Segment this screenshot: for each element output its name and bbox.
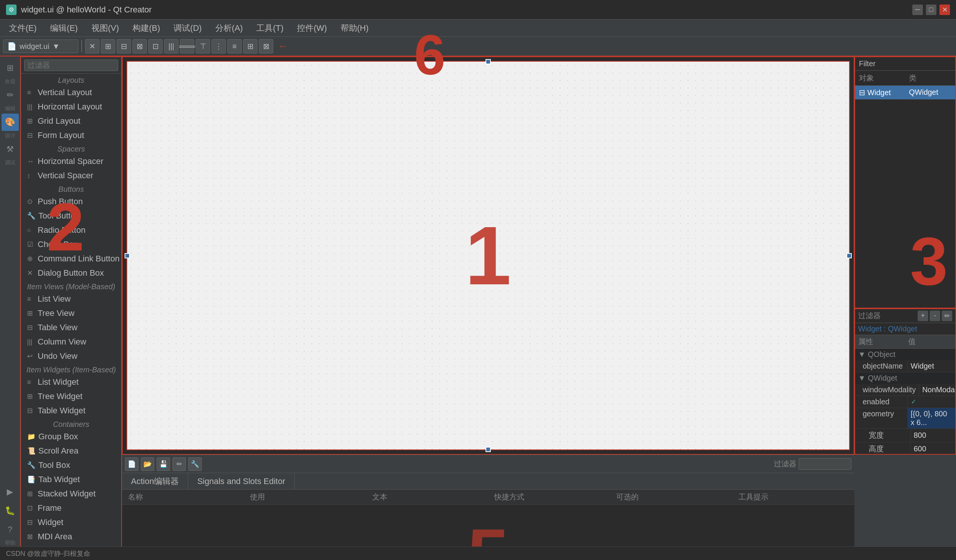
bp-btn3[interactable]: 💾 bbox=[157, 457, 170, 471]
tabw-icon: 📑 bbox=[27, 475, 35, 484]
prop-value[interactable]: [{0, 0}, 800 x 6... bbox=[908, 408, 956, 428]
item-check-box[interactable]: ☑ Check Box bbox=[21, 237, 121, 252]
bp-btn2[interactable]: 📂 bbox=[141, 457, 154, 471]
prop-value[interactable]: 600 bbox=[911, 442, 956, 455]
item-table-view[interactable]: ⊟ Table View bbox=[21, 320, 121, 335]
canvas-number: 1 bbox=[465, 208, 511, 303]
sidebar-run[interactable]: ▶ bbox=[2, 483, 19, 500]
props-section-qwidget[interactable]: ▼ QWidget bbox=[855, 372, 955, 384]
prop-value[interactable]: NonModal bbox=[919, 384, 956, 396]
props-edit-btn[interactable]: ✏ bbox=[942, 311, 952, 321]
tb-btn1[interactable]: ⊞ bbox=[101, 39, 115, 53]
menu-file[interactable]: 文件(E) bbox=[3, 21, 42, 35]
item-horizontal-layout[interactable]: ||| Horizontal Layout bbox=[21, 100, 121, 114]
menu-tools[interactable]: 工具(T) bbox=[250, 21, 289, 35]
sidebar-edit[interactable]: ✏ bbox=[2, 86, 19, 104]
design-canvas[interactable]: 1 bbox=[126, 61, 850, 450]
bp-btn1[interactable]: 📄 bbox=[125, 457, 138, 471]
props-add-btn[interactable]: + bbox=[918, 311, 928, 321]
sidebar-debug2[interactable]: 🐛 bbox=[2, 502, 19, 519]
tb-btn10[interactable]: ⊞ bbox=[243, 39, 258, 53]
prop-value[interactable]: Widget bbox=[908, 360, 956, 372]
handle-right-center[interactable] bbox=[846, 253, 852, 258]
item-label: Undo View bbox=[38, 351, 77, 361]
item-list-widget[interactable]: ≡ List Widget bbox=[21, 375, 121, 389]
gl-icon: ⊞ bbox=[27, 117, 35, 125]
tb-btn9[interactable]: ≡ bbox=[227, 39, 242, 53]
item-table-widget[interactable]: ⊟ Table Widget bbox=[21, 403, 121, 418]
sidebar-debug[interactable]: ⚒ bbox=[2, 141, 19, 158]
props-header: 属性 值 bbox=[855, 335, 955, 349]
close-button[interactable]: ✕ bbox=[939, 5, 950, 15]
object-row-widget[interactable]: ⊟ Widget QWidget bbox=[855, 86, 955, 100]
item-group-box[interactable]: 📁 Group Box bbox=[21, 430, 121, 444]
item-command-link[interactable]: ⊕ Command Link Button bbox=[21, 252, 121, 266]
item-frame[interactable]: ⊡ Frame bbox=[21, 501, 121, 515]
menu-view[interactable]: 视图(V) bbox=[85, 21, 125, 35]
item-mdi-area[interactable]: ⊠ MDI Area bbox=[21, 530, 121, 544]
item-push-button[interactable]: ⊙ Push Button bbox=[21, 195, 121, 209]
properties-panel: 过滤器 + - ✏ Widget : QWidget 属性 值 ▼ QObjec… bbox=[854, 308, 956, 455]
props-filter-buttons: + - ✏ bbox=[918, 311, 952, 321]
menu-edit[interactable]: 编辑(E) bbox=[44, 21, 83, 35]
tb-btn7[interactable]: ⊤ bbox=[196, 39, 210, 53]
file-selector[interactable]: 📄 widget.ui ▼ bbox=[3, 39, 78, 53]
minimize-button[interactable]: ─ bbox=[912, 5, 923, 15]
item-vertical-layout[interactable]: ≡ Vertical Layout bbox=[21, 85, 121, 100]
item-tab-widget[interactable]: 📑 Tab Widget bbox=[21, 472, 121, 487]
item-tool-button[interactable]: 🔧 Tool Button bbox=[21, 209, 121, 223]
tb-btn11[interactable]: ⊠ bbox=[259, 39, 273, 53]
item-form-layout[interactable]: ⊟ Form Layout bbox=[21, 128, 121, 143]
col-checkable: 可选的 bbox=[610, 492, 732, 502]
item-tree-view[interactable]: ⊞ Tree View bbox=[21, 306, 121, 320]
bp-btn5[interactable]: 🔧 bbox=[188, 457, 202, 471]
item-label: Vertical Layout bbox=[38, 88, 92, 97]
prop-value[interactable]: ✓ bbox=[908, 396, 956, 408]
item-scroll-area[interactable]: 📜 Scroll Area bbox=[21, 444, 121, 458]
section-collapse-icon: ▼ bbox=[858, 350, 866, 359]
tab-signals-slots[interactable]: Signals and Slots Editor bbox=[188, 473, 295, 489]
item-dialog-button[interactable]: ✕ Dialog Button Box bbox=[21, 266, 121, 280]
tab-action-editor[interactable]: Action编辑器 bbox=[122, 473, 188, 489]
item-undo-view[interactable]: ↩ Undo View bbox=[21, 349, 121, 363]
sidebar-design[interactable]: 🎨 bbox=[2, 114, 19, 131]
tb-btn8[interactable]: ⋮ bbox=[212, 39, 226, 53]
item-radio-button[interactable]: ○ Radio Button bbox=[21, 223, 121, 237]
tb-btn4[interactable]: ⊡ bbox=[148, 39, 163, 53]
item-stacked-widget[interactable]: ⊞ Stacked Widget bbox=[21, 487, 121, 501]
menu-analyze[interactable]: 分析(A) bbox=[209, 21, 249, 35]
handle-bottom-center[interactable] bbox=[486, 447, 491, 452]
item-widget[interactable]: ⊟ Widget bbox=[21, 515, 121, 530]
maximize-button[interactable]: □ bbox=[926, 5, 936, 15]
widget-filter-input[interactable] bbox=[24, 60, 118, 71]
handle-top-center[interactable] bbox=[486, 59, 491, 64]
item-tool-box[interactable]: 🔧 Tool Box bbox=[21, 458, 121, 472]
item-h-spacer[interactable]: ↔ Horizontal Spacer bbox=[21, 154, 121, 168]
sidebar-help[interactable]: ? bbox=[2, 521, 19, 538]
menu-help[interactable]: 帮助(H) bbox=[335, 21, 375, 35]
props-remove-btn[interactable]: - bbox=[930, 311, 940, 321]
item-list-view[interactable]: ≡ List View bbox=[21, 292, 121, 306]
prop-value[interactable]: 800 bbox=[911, 429, 956, 442]
menu-build[interactable]: 构建(B) bbox=[126, 21, 166, 35]
item-tree-widget[interactable]: ⊞ Tree Widget bbox=[21, 389, 121, 403]
menu-debug[interactable]: 调试(D) bbox=[167, 21, 208, 35]
item-label: MDI Area bbox=[38, 532, 72, 541]
menu-widget[interactable]: 控件(W) bbox=[291, 21, 333, 35]
item-column-view[interactable]: ||| Column View bbox=[21, 335, 121, 349]
tb-close-btn[interactable]: ✕ bbox=[85, 39, 99, 53]
tb-btn5[interactable]: ||| bbox=[164, 39, 178, 53]
handle-left-center[interactable] bbox=[124, 253, 130, 258]
tb-btn6[interactable]: ═══ bbox=[180, 39, 194, 53]
props-section-qobject[interactable]: ▼ QObject bbox=[855, 349, 955, 360]
sidebar-welcome[interactable]: ⊞ bbox=[2, 60, 19, 77]
item-grid-layout[interactable]: ⊞ Grid Layout bbox=[21, 114, 121, 128]
item-v-spacer[interactable]: ↕ Vertical Spacer bbox=[21, 168, 121, 183]
bp-btn4[interactable]: ✏ bbox=[172, 457, 186, 471]
tb-btn3[interactable]: ⊠ bbox=[132, 39, 147, 53]
section-item-views: Item Views (Model-Based) bbox=[21, 280, 121, 292]
left-sidebar-icons: ⊞ 欢迎 ✏ 编辑 🎨 设计 ⚒ 调试 ▶ 🐛 ? 帮助 bbox=[0, 56, 20, 546]
bp-filter-input[interactable] bbox=[799, 458, 851, 470]
tb-btn2[interactable]: ⊟ bbox=[117, 39, 131, 53]
item-label: Group Box bbox=[38, 432, 78, 442]
